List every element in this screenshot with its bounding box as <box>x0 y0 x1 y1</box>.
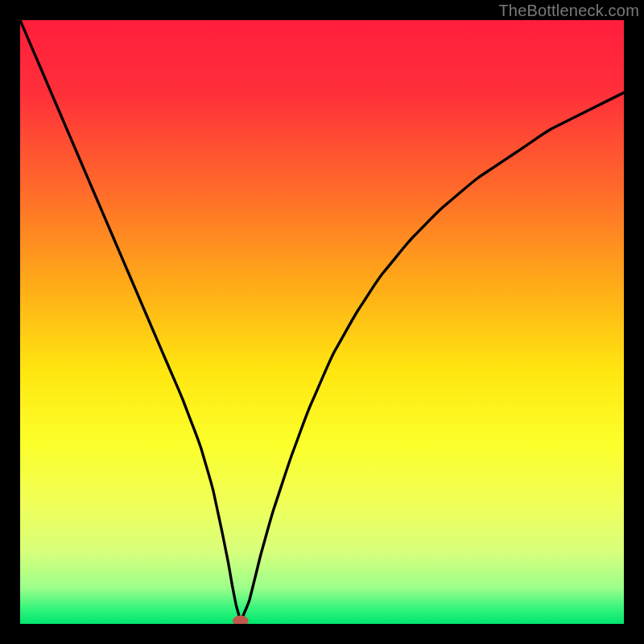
chart-frame: TheBottleneck.com <box>0 0 644 644</box>
gradient-background <box>20 20 624 624</box>
attribution-label: TheBottleneck.com <box>498 2 639 20</box>
chart-plot-area <box>20 20 624 624</box>
chart-svg <box>20 20 624 624</box>
